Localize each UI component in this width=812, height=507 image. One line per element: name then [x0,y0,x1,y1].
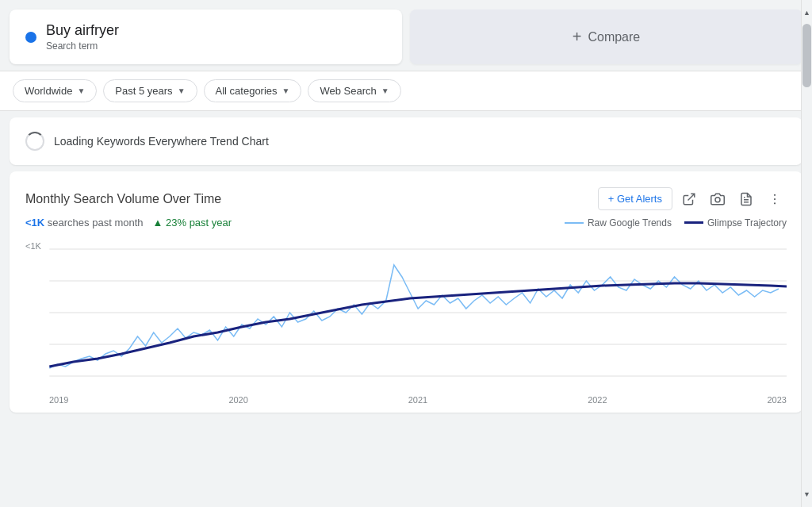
x-label-2021: 2021 [408,395,427,405]
chart-header: Monthly Search Volume Over Time + Get Al… [25,187,787,210]
top-section: Buy airfryer Search term + Compare [0,0,812,71]
compare-card[interactable]: + Compare [410,10,802,64]
chart-svg [25,233,787,392]
svg-line-0 [688,194,695,200]
compare-label: Compare [588,30,640,44]
x-label-2022: 2022 [588,395,607,405]
chart-title: Monthly Search Volume Over Time [25,192,221,206]
glimpse-trajectory-legend: Glimpse Trajectory [684,217,787,229]
loading-section: Loading Keywords Everywhere Trend Chart [10,117,802,165]
stats-row: <1K searches past month ▲ 23% past year … [25,217,787,229]
camera-button[interactable] [706,189,730,209]
location-filter-label: Worldwide [25,85,72,97]
search-term-text: Buy airfryer Search term [46,22,119,52]
growth-stat: ▲ 23% past year [153,217,232,229]
time-range-filter-label: Past 5 years [115,85,172,97]
category-filter-label: All categories [216,85,278,97]
chart-legend: Raw Google Trends Glimpse Trajectory [565,217,787,229]
stats-left: <1K searches past month ▲ 23% past year [25,217,232,229]
get-alerts-label: + Get Alerts [608,193,662,205]
search-term-title: Buy airfryer [46,22,119,39]
scroll-down-icon: ▼ [803,490,810,498]
raw-trends-label: Raw Google Trends [588,217,672,229]
time-range-chevron-icon: ▼ [178,86,186,95]
external-link-icon [682,192,696,206]
glimpse-trajectory-line [49,283,787,367]
raw-trends-line-icon [565,222,584,224]
search-term-card: Buy airfryer Search term [10,10,402,64]
chart-section: Monthly Search Volume Over Time + Get Al… [10,171,802,413]
x-label-2023: 2023 [768,395,787,405]
svg-point-5 [774,198,776,199]
document-icon [739,192,753,206]
more-icon [768,192,782,206]
x-label-2020: 2020 [228,395,247,405]
location-filter[interactable]: Worldwide ▼ [13,79,97,102]
document-button[interactable] [734,189,758,209]
svg-point-6 [774,202,776,204]
search-type-chevron-icon: ▼ [381,86,389,95]
search-term-dot [25,32,36,43]
scroll-up-icon: ▲ [803,9,810,17]
category-chevron-icon: ▼ [282,86,290,95]
search-type-filter-label: Web Search [320,85,376,97]
location-chevron-icon: ▼ [77,86,85,95]
camera-icon [710,192,725,206]
x-label-2019: 2019 [49,395,68,405]
x-axis-labels: 2019 2020 2021 2022 2023 [25,392,787,405]
filters-bar: Worldwide ▼ Past 5 years ▼ All categorie… [0,71,812,111]
svg-point-4 [774,194,776,195]
y-axis-label: <1K [25,241,41,251]
category-filter[interactable]: All categories ▼ [204,79,302,102]
raw-trends-legend: Raw Google Trends [565,217,672,229]
svg-point-1 [715,197,720,202]
get-alerts-button[interactable]: + Get Alerts [598,187,672,210]
scrollbar-thumb[interactable] [802,24,811,87]
loading-spinner [25,132,44,151]
chart-area: <1K [25,233,787,392]
external-link-button[interactable] [677,189,701,209]
compare-plus-icon: + [573,28,582,46]
chart-actions: + Get Alerts [598,187,787,210]
glimpse-trajectory-label: Glimpse Trajectory [707,217,787,229]
search-term-subtitle: Search term [46,40,119,52]
scroll-down-button[interactable]: ▼ [802,485,811,504]
search-volume-stat: <1K searches past month [25,217,144,229]
search-volume-value: <1K [25,217,44,229]
search-volume-label: searches past month [44,217,143,229]
glimpse-trajectory-line-icon [684,221,703,224]
search-type-filter[interactable]: Web Search ▼ [308,79,400,102]
scroll-up-button[interactable]: ▲ [802,3,811,22]
scrollbar[interactable]: ▲ ▼ [801,0,812,507]
loading-text: Loading Keywords Everywhere Trend Chart [54,135,269,148]
more-options-button[interactable] [763,189,787,209]
time-range-filter[interactable]: Past 5 years ▼ [103,79,197,102]
